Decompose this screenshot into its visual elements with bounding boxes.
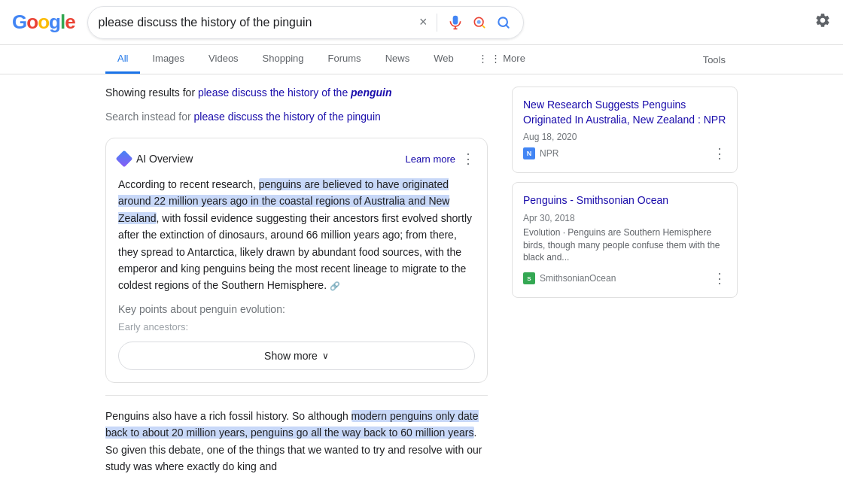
card-smithsonian-source-row: S SmithsonianOcean ⋮	[523, 270, 726, 287]
right-panel: New Research Suggests Penguins Originate…	[512, 87, 738, 475]
search-instead-label: Search instead for	[105, 111, 191, 123]
card-npr-title[interactable]: New Research Suggests Penguins Originate…	[523, 98, 726, 127]
original-query-link[interactable]: please discuss the history of the pingui…	[194, 111, 381, 123]
card-npr-more-icon[interactable]: ⋮	[713, 145, 726, 162]
card-npr-source: N NPR	[523, 147, 558, 159]
early-ancestors-label: Early ancestors:	[118, 321, 475, 332]
key-points-label: Key points about penguin evolution:	[118, 303, 475, 315]
logo-o1: o	[26, 11, 38, 33]
card-smithsonian-title[interactable]: Penguins - Smithsonian Ocean	[523, 193, 726, 208]
more-label: ⋮ More	[491, 53, 525, 64]
ai-overview-card: AI Overview Learn more ⋮ According to re…	[105, 138, 488, 383]
card-smithsonian-more-icon[interactable]: ⋮	[713, 270, 726, 287]
ai-text-normal-1: According to recent research,	[118, 178, 259, 190]
right-card-npr: New Research Suggests Penguins Originate…	[512, 87, 738, 173]
ai-diamond-icon	[116, 150, 133, 168]
left-content: Showing results for please discuss the h…	[105, 87, 488, 475]
card-npr-date: Aug 18, 2020	[523, 132, 726, 142]
result-normal-1: Penguins also have a rich fossil history…	[105, 410, 352, 422]
show-more-button[interactable]: Show more ∨	[118, 342, 475, 370]
ai-learn-more-area: Learn more ⋮	[406, 150, 475, 167]
card-npr-source-row: N NPR ⋮	[523, 145, 726, 162]
header-right	[814, 12, 831, 32]
showing-label: Showing results for	[105, 87, 195, 99]
logo-g: G	[12, 11, 26, 33]
logo-e: e	[65, 11, 75, 33]
tab-all[interactable]: All	[105, 45, 140, 74]
tab-news[interactable]: News	[373, 45, 422, 74]
search-instead-notice: Search instead for please discuss the hi…	[105, 111, 488, 123]
tab-shopping[interactable]: Shopping	[251, 45, 316, 74]
settings-icon[interactable]	[814, 12, 831, 32]
corrected-keyword: penguin	[351, 87, 391, 99]
ai-text-normal-2: , with fossil evidence suggesting their …	[118, 212, 472, 292]
card-smithsonian-date: Apr 30, 2018	[523, 213, 726, 223]
svg-point-1	[476, 20, 480, 23]
ai-more-options-icon[interactable]: ⋮	[461, 150, 475, 167]
ai-overview-title: AI Overview	[118, 153, 193, 165]
right-card-smithsonian: Penguins - Smithsonian Ocean Apr 30, 201…	[512, 182, 738, 298]
card-smithsonian-snippet: Evolution · Penguins are Southern Hemisp…	[523, 226, 726, 264]
logo-o2: o	[38, 11, 49, 33]
search-divider	[437, 14, 437, 32]
ai-overview-header: AI Overview Learn more ⋮	[118, 150, 475, 167]
correction-notice: Showing results for please discuss the h…	[105, 87, 488, 99]
tab-more[interactable]: ⋮ ⋮ More	[466, 45, 537, 74]
corrected-query-normal: please discuss the history of the	[198, 87, 351, 99]
more-dots-icon: ⋮	[478, 53, 488, 64]
header: Google please discuss the history of the…	[0, 0, 843, 45]
ai-overview-label: AI Overview	[136, 153, 193, 165]
npr-source-label: NPR	[540, 148, 558, 159]
logo-g2: g	[49, 11, 60, 33]
content-separator	[105, 395, 488, 396]
citation-icon: 🔗	[330, 281, 340, 290]
second-result-text: Penguins also have a rich fossil history…	[105, 408, 488, 475]
corrected-query-link[interactable]: please discuss the history of the pengui…	[198, 87, 392, 99]
clear-button[interactable]: ×	[419, 14, 428, 30]
search-bar[interactable]: please discuss the history of the pingui…	[87, 6, 524, 39]
chevron-down-icon: ∨	[322, 351, 329, 361]
google-logo: Google	[12, 11, 75, 34]
card-smithsonian-source: S SmithsonianOcean	[523, 272, 616, 284]
smithsonian-source-icon: S	[523, 272, 535, 284]
microphone-button[interactable]	[446, 14, 464, 32]
search-button[interactable]	[495, 14, 513, 32]
tab-images[interactable]: Images	[140, 45, 196, 74]
main-content: Showing results for please discuss the h…	[0, 74, 843, 487]
npr-source-icon: N	[523, 147, 535, 159]
tab-forums[interactable]: Forums	[316, 45, 373, 74]
nav-tabs: All Images Videos Shopping Forums News W…	[0, 45, 843, 74]
search-input[interactable]: please discuss the history of the pingui…	[99, 16, 413, 29]
ai-overview-text: According to recent research, penguins a…	[118, 176, 475, 294]
tab-videos[interactable]: Videos	[196, 45, 251, 74]
learn-more-link[interactable]: Learn more	[406, 153, 455, 165]
smithsonian-source-label: SmithsonianOcean	[540, 273, 616, 284]
show-more-label: Show more	[264, 350, 318, 362]
tools-button[interactable]: Tools	[691, 47, 738, 73]
tab-web[interactable]: Web	[422, 45, 466, 74]
lens-button[interactable]	[470, 14, 488, 32]
